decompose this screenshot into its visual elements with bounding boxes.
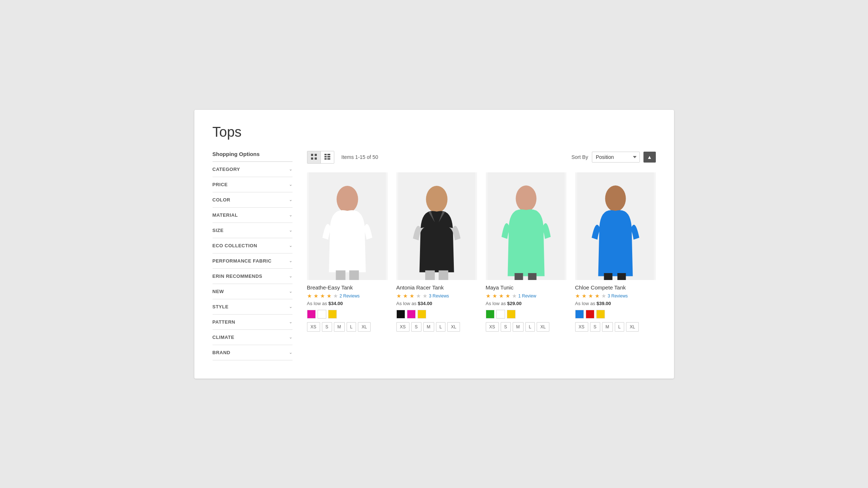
list-view-button[interactable] xyxy=(321,151,334,163)
color-swatch[interactable] xyxy=(396,310,405,319)
size-button[interactable]: S xyxy=(590,322,600,332)
product-name[interactable]: Breathe-Easy Tank xyxy=(307,284,388,291)
chevron-down-icon: ⌄ xyxy=(289,350,292,355)
chevron-down-icon: ⌄ xyxy=(289,212,292,217)
color-swatch[interactable] xyxy=(496,310,505,319)
size-button[interactable]: M xyxy=(513,322,524,332)
review-count[interactable]: 1 Review xyxy=(518,293,536,299)
size-buttons: XSSMLXL xyxy=(575,322,656,332)
review-count[interactable]: 2 Reviews xyxy=(340,293,360,299)
price: $29.00 xyxy=(507,301,522,306)
svg-rect-5 xyxy=(327,154,330,155)
size-buttons: XSSMLXL xyxy=(396,322,477,332)
filter-item-erin-recommends[interactable]: ERIN RECOMMENDS ⌄ xyxy=(213,269,292,284)
color-swatch[interactable] xyxy=(507,310,516,319)
size-button[interactable]: M xyxy=(334,322,345,332)
svg-rect-2 xyxy=(311,157,313,160)
star-filled: ★ xyxy=(499,293,504,299)
product-name[interactable]: Chloe Compete Tank xyxy=(575,284,656,291)
sort-ascending-button[interactable]: ▲ xyxy=(643,152,656,163)
size-button[interactable]: L xyxy=(525,322,535,332)
star-empty: ★ xyxy=(333,293,338,299)
filter-item-brand[interactable]: BRAND ⌄ xyxy=(213,345,292,360)
product-name[interactable]: Antonia Racer Tank xyxy=(396,284,477,291)
filter-item-price[interactable]: PRICE ⌄ xyxy=(213,177,292,192)
filter-list: CATEGORY ⌄ PRICE ⌄ COLOR ⌄ MATERIAL ⌄ SI… xyxy=(213,162,292,360)
color-swatch[interactable] xyxy=(575,310,584,319)
grid-view-button[interactable] xyxy=(307,151,321,163)
size-button[interactable]: L xyxy=(347,322,356,332)
review-count[interactable]: 3 Reviews xyxy=(429,293,449,299)
star-filled: ★ xyxy=(492,293,497,299)
filter-item-pattern[interactable]: PATTERN ⌄ xyxy=(213,315,292,330)
size-button[interactable]: S xyxy=(411,322,421,332)
rating-row: ★★★★★ 2 Reviews xyxy=(307,293,388,299)
toolbar: Items 1-15 of 50 Sort By Position Produc… xyxy=(307,151,656,164)
products-area: Items 1-15 of 50 Sort By Position Produc… xyxy=(307,151,656,360)
filter-item-size[interactable]: SIZE ⌄ xyxy=(213,223,292,238)
color-swatch[interactable] xyxy=(586,310,594,319)
color-swatch[interactable] xyxy=(307,310,316,319)
color-swatch[interactable] xyxy=(407,310,416,319)
chevron-down-icon: ⌄ xyxy=(289,304,292,309)
size-button[interactable]: S xyxy=(501,322,511,332)
size-button[interactable]: L xyxy=(436,322,446,332)
sort-section: Sort By Position Product Name Price ▲ xyxy=(572,152,656,163)
product-card: Breathe-Easy Tank ★★★★★ 2 Reviews As low… xyxy=(307,172,388,332)
color-swatch[interactable] xyxy=(596,310,605,319)
filter-item-performance-fabric[interactable]: PERFORMANCE FABRIC ⌄ xyxy=(213,253,292,269)
sort-select[interactable]: Position Product Name Price xyxy=(592,152,640,163)
star-filled: ★ xyxy=(314,293,318,299)
review-count[interactable]: 3 Reviews xyxy=(608,293,628,299)
star-empty: ★ xyxy=(423,293,427,299)
color-swatch[interactable] xyxy=(328,310,337,319)
product-image[interactable] xyxy=(396,172,477,280)
filter-item-category[interactable]: CATEGORY ⌄ xyxy=(213,162,292,177)
product-name[interactable]: Maya Tunic xyxy=(486,284,566,291)
filter-item-material[interactable]: MATERIAL ⌄ xyxy=(213,208,292,223)
product-image[interactable] xyxy=(575,172,656,280)
color-swatches xyxy=(486,310,566,319)
size-button[interactable]: XS xyxy=(396,322,409,332)
price: $34.00 xyxy=(328,301,343,306)
product-image[interactable] xyxy=(307,172,388,280)
product-image[interactable] xyxy=(486,172,566,280)
star-filled: ★ xyxy=(582,293,586,299)
size-button[interactable]: XS xyxy=(307,322,320,332)
size-button[interactable]: M xyxy=(423,322,434,332)
filter-item-color[interactable]: COLOR ⌄ xyxy=(213,192,292,208)
svg-rect-24 xyxy=(604,273,612,280)
products-grid: Breathe-Easy Tank ★★★★★ 2 Reviews As low… xyxy=(307,172,656,332)
color-swatch[interactable] xyxy=(486,310,494,319)
size-button[interactable]: L xyxy=(615,322,625,332)
size-button[interactable]: XL xyxy=(626,322,639,332)
rating-row: ★★★★★ 3 Reviews xyxy=(575,293,656,299)
sidebar-heading: Shopping Options xyxy=(213,151,292,162)
svg-rect-4 xyxy=(324,154,327,155)
product-card: Maya Tunic ★★★★★ 1 Review As low as $29.… xyxy=(486,172,566,332)
sort-label: Sort By xyxy=(572,154,588,160)
svg-rect-13 xyxy=(349,270,359,280)
size-button[interactable]: XS xyxy=(575,322,588,332)
size-button[interactable]: S xyxy=(322,322,332,332)
size-button[interactable]: XS xyxy=(486,322,499,332)
svg-rect-7 xyxy=(327,156,330,157)
star-filled: ★ xyxy=(396,293,401,299)
sidebar: Shopping Options CATEGORY ⌄ PRICE ⌄ COLO… xyxy=(213,151,292,360)
color-swatch[interactable] xyxy=(417,310,426,319)
size-button[interactable]: XL xyxy=(358,322,371,332)
chevron-down-icon: ⌄ xyxy=(289,273,292,279)
size-button[interactable]: XL xyxy=(447,322,460,332)
color-swatch[interactable] xyxy=(318,310,326,319)
product-card: Chloe Compete Tank ★★★★★ 3 Reviews As lo… xyxy=(575,172,656,332)
svg-rect-25 xyxy=(617,273,626,280)
filter-item-eco-collection[interactable]: ECO COLLECTION ⌄ xyxy=(213,238,292,253)
filter-item-style[interactable]: STYLE ⌄ xyxy=(213,299,292,315)
chevron-down-icon: ⌄ xyxy=(289,319,292,324)
svg-rect-8 xyxy=(324,158,327,160)
size-button[interactable]: XL xyxy=(537,322,549,332)
filter-item-climate[interactable]: CLIMATE ⌄ xyxy=(213,330,292,345)
filter-item-new[interactable]: NEW ⌄ xyxy=(213,284,292,299)
size-button[interactable]: M xyxy=(602,322,613,332)
view-toggle xyxy=(307,151,334,164)
